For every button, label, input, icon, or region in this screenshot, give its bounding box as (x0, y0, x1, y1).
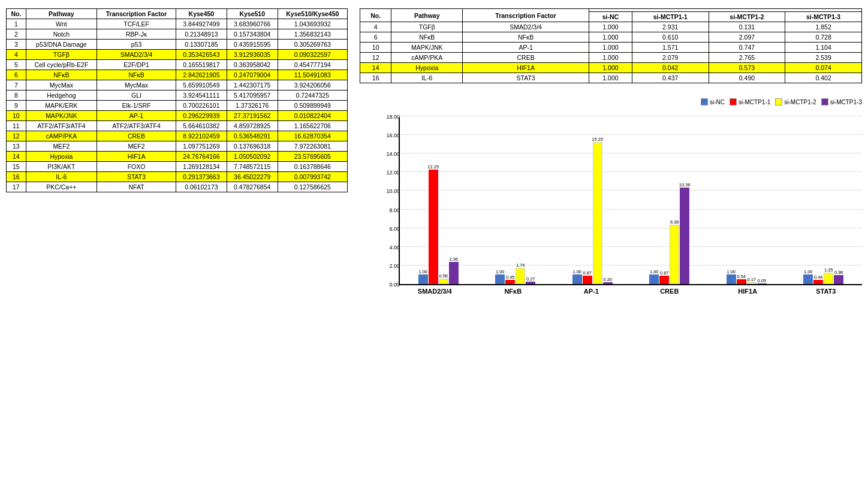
y-tick-label: 0.00 (382, 282, 400, 288)
table-b-cell: 0.728 (785, 32, 862, 43)
bar-value-label: 0.05 (757, 278, 766, 283)
bar-group: 1.000.876.3610.36 (634, 188, 706, 284)
bar-wrapper: 0.05 (757, 283, 767, 284)
table-a-cell: NFκB (97, 70, 176, 80)
table-a-cell: 1.043693932 (278, 19, 347, 29)
table-a-cell: 0.536548291 (227, 131, 278, 141)
x-axis-label: NFκB (477, 285, 550, 295)
table-a-cell: 1.356832143 (278, 29, 347, 40)
x-axis-label: AP-1 (555, 285, 628, 295)
col-no: No. (7, 9, 26, 19)
bar-value-label: 2.36 (449, 256, 458, 262)
table-a-cell: 36.45022279 (227, 172, 278, 182)
table-a-cell: 0.010822404 (278, 111, 347, 121)
table-b-cell: 1.000 (589, 63, 632, 73)
table-a-cell: 11 (7, 121, 26, 131)
table-b-cell: 2.931 (632, 22, 709, 32)
table-b-cell: 0.573 (709, 63, 785, 73)
bar-value-label: 0.44 (814, 274, 823, 280)
table-b-cell: 2.765 (709, 53, 785, 63)
table-b-cell: 6 (360, 32, 391, 43)
table-a-cell: 5.664610382 (176, 121, 227, 131)
table-a-cell: 12 (7, 131, 26, 141)
bar (727, 274, 736, 284)
table-b-cell: 0.074 (785, 63, 862, 73)
bar (505, 280, 515, 284)
table-b-cell: 1.000 (589, 32, 632, 43)
table-a-cell: AP-1 (97, 111, 176, 121)
bar-wrapper: 0.54 (737, 279, 746, 284)
table-a-cell: Elk-1/SRF (97, 101, 176, 111)
table-a-cell: TGFβ (26, 50, 97, 60)
table-a-cell: 0.247079004 (227, 70, 278, 80)
x-axis-label: STAT3 (790, 285, 863, 295)
table-a-cell: 0.090322597 (278, 50, 347, 60)
table-a-cell: ATF2/ATF3/ATF4 (26, 121, 97, 131)
table-a-cell: 0.353426543 (176, 50, 227, 60)
bar-wrapper: 1.00 (649, 274, 659, 284)
table-a-cell: 14 (7, 152, 26, 162)
table-b-cell: 2.097 (709, 32, 785, 43)
table-a-cell: 0.509899949 (278, 101, 347, 111)
bar (429, 170, 438, 284)
table-b-cell: 2.539 (785, 53, 862, 63)
table-a-cell: 0.165519817 (176, 60, 227, 70)
table-a-cell: 0.127586625 (278, 182, 347, 192)
table-b-cell: cAMP/PKA (391, 53, 463, 63)
col-tf: Transcription Factor (97, 9, 176, 19)
table-b-cell: NFκB (463, 32, 589, 43)
table-a-cell: MEF2 (97, 141, 176, 152)
table-a-cell: STAT3 (97, 172, 176, 182)
table-a-cell: 23.57695605 (278, 152, 347, 162)
table-a-cell: 3.924206056 (278, 80, 347, 90)
table-a-cell: MycMax (97, 80, 176, 90)
table-b-cell: TGFβ (391, 22, 463, 32)
table-a-cell: 0.13307185 (176, 40, 227, 50)
table-a-cell: MEF2 (26, 141, 97, 152)
col-b-sinc: si-NC (589, 12, 632, 22)
col-kyse450: Kyse450 (176, 9, 227, 19)
table-a-cell: Wnt (26, 19, 97, 29)
table-a-cell: 0.291373663 (176, 172, 227, 182)
bar-value-label: 1.00 (650, 269, 659, 274)
y-tick-label: 4.00 (382, 245, 400, 250)
bar-value-label: 0.87 (660, 270, 669, 276)
table-a-cell: 2 (7, 29, 26, 40)
table-a-cell: 0.305269763 (278, 40, 347, 50)
bar-value-label: 0.27 (526, 276, 535, 282)
col-b-no: No. (360, 9, 391, 22)
table-b-cell: 0.042 (632, 63, 709, 73)
bar (516, 268, 525, 284)
table-b-cell: IL-6 (391, 73, 463, 83)
table-b-cell: 10 (360, 43, 391, 53)
table-a-cell: 8 (7, 90, 26, 101)
table-b-cell: 2.079 (632, 53, 709, 63)
table-a-cell: 8.922102459 (176, 131, 227, 141)
table-a-cell: SMAD2/3/4 (97, 50, 176, 60)
table-a-cell: 0.296229939 (176, 111, 227, 121)
table-a-cell: 15 (7, 162, 26, 172)
table-a-cell: ATF2/ATF3/ATF4 (97, 121, 176, 131)
bar-wrapper: 1.00 (803, 274, 813, 284)
table-b-cell: HIF1A (463, 63, 589, 73)
table-a-cell: MAPK/ERK (26, 101, 97, 111)
bar-wrapper: 1.00 (418, 274, 428, 284)
y-tick-label: 12.00 (382, 170, 400, 176)
table-a-cell: 3 (7, 40, 26, 50)
table-a-cell: 4.859728925 (227, 121, 278, 131)
table-a-cell: Hypoxia (26, 152, 97, 162)
table-a-cell: Hedgehog (26, 90, 97, 101)
bar-value-label: 1.00 (727, 269, 736, 274)
table-b-cell: 1.852 (785, 22, 862, 32)
table-a: No. Pathway Transcription Factor Kyse450… (6, 8, 348, 192)
bar-value-label: 1.00 (572, 269, 581, 274)
bar-group: 1.000.8715.250.20 (557, 142, 628, 284)
legend-label: si-MCTP1-2 (784, 99, 816, 105)
bar (834, 275, 843, 284)
table-a-cell: 7.748572115 (227, 162, 278, 172)
table-a-cell: 1.097751269 (176, 141, 227, 152)
bar-wrapper: 0.27 (526, 282, 535, 284)
bar-value-label: 0.98 (834, 270, 843, 275)
table-b: No. Pathway Transcription Factor si-NC s… (360, 8, 862, 83)
bar (680, 188, 689, 284)
